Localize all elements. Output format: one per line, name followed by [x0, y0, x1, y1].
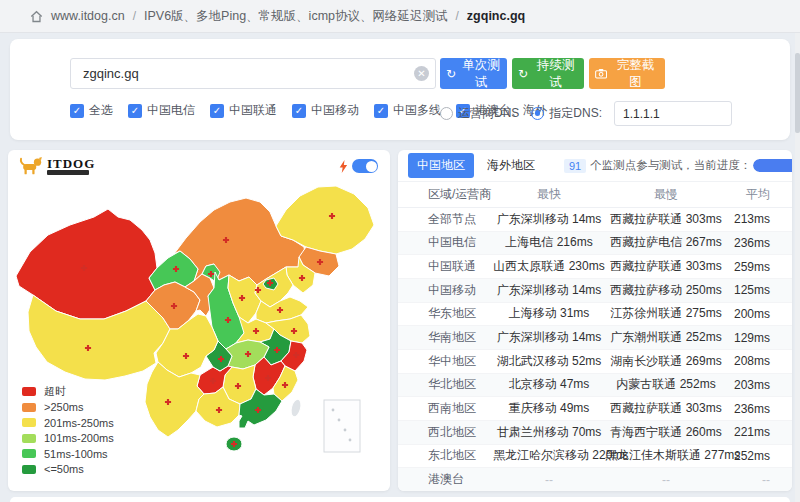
region-cell: 西北地区 [398, 424, 493, 441]
region-cell: 东北地区 [398, 447, 493, 464]
table-row: 中国移动广东深圳移动 14ms西藏拉萨移动 250ms125ms [398, 279, 792, 303]
dns-server-input[interactable] [614, 101, 732, 126]
average-cell: -- [727, 473, 792, 487]
column-header: 平均 [727, 186, 792, 203]
checkbox-label: 中国移动 [311, 102, 359, 119]
breadcrumb-separator: / [456, 9, 459, 23]
average-cell: 213ms [727, 212, 792, 226]
fastest-cell: -- [493, 473, 605, 487]
map-legend: 超时>250ms201ms-250ms101ms-200ms51ms-100ms… [22, 384, 114, 477]
column-header: 区域/运营商 [398, 186, 493, 203]
legend-label: >250ms [44, 401, 83, 413]
fast-mode-control [339, 159, 378, 173]
progress-caption: 个监测点参与测试，当前进度： [590, 158, 751, 173]
south-china-sea-inset [324, 400, 360, 452]
checkbox-label: 中国多线 [393, 102, 441, 119]
filter-checkbox-全选[interactable]: ✓全选 [70, 102, 113, 119]
home-icon[interactable] [30, 10, 43, 23]
slowest-cell: 黑龙江佳木斯联通 277ms [605, 447, 727, 464]
table-row: 中国联通山西太原联通 230ms西藏拉萨联通 303ms259ms [398, 255, 792, 279]
average-cell: 236ms [727, 236, 792, 250]
itdog-logo[interactable]: ITDOG [18, 156, 95, 177]
page-scrollbar[interactable] [795, 33, 800, 502]
region-cell: 华东地区 [398, 305, 493, 322]
table-row: 西南地区重庆移动 49ms西藏拉萨联通 303ms236ms [398, 397, 792, 421]
dog-icon [18, 156, 44, 177]
table-row: 东北地区黑龙江哈尔滨移动 220ms黑龙江佳木斯联通 277ms252ms [398, 445, 792, 469]
host-input[interactable] [70, 58, 436, 89]
fast-mode-toggle[interactable] [352, 159, 378, 173]
fastest-cell: 广东深圳移动 14ms [493, 211, 605, 228]
region-cell: 中国移动 [398, 282, 493, 299]
legend-item: 101ms-200ms [22, 431, 114, 447]
china-map-panel: ITDOG 超时>250ms201ms-250ms101ms-200ms51ms… [8, 150, 390, 491]
checkbox-label: 中国联通 [229, 102, 277, 119]
slowest-cell: 江苏徐州联通 275ms [605, 305, 727, 322]
logo-title: ITDOG [47, 158, 95, 169]
dns-radio-label: 指定DNS: [549, 105, 602, 122]
legend-item: 51ms-100ms [22, 446, 114, 462]
checkbox-label: 中国电信 [147, 102, 195, 119]
filter-checkbox-中国电信[interactable]: ✓中国电信 [128, 102, 195, 119]
region-cell: 港澳台 [398, 471, 493, 488]
breadcrumb: www.itdog.cn / IPV6版、多地Ping、常规版、icmp协议、网… [0, 0, 800, 33]
column-header: 最慢 [605, 186, 727, 203]
fastest-cell: 重庆移动 49ms [493, 400, 605, 417]
breadcrumb-site[interactable]: www.itdog.cn [51, 9, 125, 23]
checkbox-checked-icon: ✓ [292, 104, 306, 118]
filter-checkbox-中国移动[interactable]: ✓中国移动 [292, 102, 359, 119]
average-cell: 236ms [727, 402, 792, 416]
breadcrumb-target-host: zgqinc.gq [467, 9, 525, 23]
checkbox-checked-icon: ✓ [70, 104, 84, 118]
average-cell: 221ms [727, 425, 792, 439]
table-row: 华中地区湖北武汉移动 52ms湖南长沙联通 269ms208ms [398, 350, 792, 374]
dns-radio-label: 运营商DNS [458, 105, 519, 122]
monitor-count-badge: 91 [564, 159, 586, 173]
region-cell: 全部节点 [398, 211, 493, 228]
legend-label: 201ms-250ms [44, 417, 114, 429]
full-screenshot-button[interactable]: 完整截图 [589, 58, 665, 89]
province-taiwan[interactable] [289, 398, 302, 418]
legend-color-swatch [22, 387, 36, 396]
legend-color-swatch [22, 465, 36, 474]
table-row: 华南地区广东深圳移动 14ms广东潮州联通 252ms129ms [398, 326, 792, 350]
results-table-body: 全部节点广东深圳移动 14ms西藏拉萨联通 303ms213ms中国电信上海电信… [398, 208, 792, 491]
checkbox-label: 全选 [89, 102, 113, 119]
average-cell: 129ms [727, 331, 792, 345]
region-cell: 中国电信 [398, 234, 493, 251]
legend-label: 101ms-200ms [44, 432, 114, 444]
fastest-cell: 广东深圳移动 14ms [493, 329, 605, 346]
dns-radio[interactable] [440, 107, 453, 120]
table-row: 中国电信上海电信 216ms西藏拉萨电信 267ms236ms [398, 232, 792, 256]
logo-subtitle-strip [47, 170, 89, 175]
continuous-test-button[interactable]: ↻ 持续测试 [512, 58, 584, 89]
legend-color-swatch [22, 434, 36, 443]
region-cell: 西南地区 [398, 400, 493, 417]
results-panel: 中国地区海外地区 91 个监测点参与测试，当前进度： 99% 区域/运营商最快最… [398, 150, 792, 491]
average-cell: 203ms [727, 378, 792, 392]
fastest-cell: 北京移动 47ms [493, 376, 605, 393]
tab-海外地区[interactable]: 海外地区 [478, 153, 544, 178]
average-cell: 259ms [727, 260, 792, 274]
refresh-icon: ↻ [518, 68, 528, 80]
checkbox-checked-icon: ✓ [128, 104, 142, 118]
single-test-button[interactable]: ↻ 单次测试 [440, 58, 507, 89]
fastest-cell: 山西太原联通 230ms [493, 258, 605, 275]
scrollbar-thumb[interactable] [795, 53, 800, 133]
slowest-cell: 西藏拉萨移动 250ms [605, 282, 727, 299]
slowest-cell: 西藏拉萨联通 303ms [605, 400, 727, 417]
average-cell: 252ms [727, 449, 792, 463]
legend-item: 超时 [22, 384, 114, 400]
filter-checkbox-中国多线[interactable]: ✓中国多线 [374, 102, 441, 119]
slowest-cell: 西藏拉萨联通 303ms [605, 258, 727, 275]
table-row: 华北地区北京移动 47ms内蒙古联通 252ms203ms [398, 374, 792, 398]
legend-color-swatch [22, 449, 36, 458]
dns-radio[interactable] [531, 107, 544, 120]
filter-checkbox-中国联通[interactable]: ✓中国联通 [210, 102, 277, 119]
dns-option-group: 运营商DNS指定DNS: [440, 101, 732, 126]
checkbox-checked-icon: ✓ [374, 104, 388, 118]
fastest-cell: 广东深圳移动 14ms [493, 282, 605, 299]
clear-input-icon[interactable]: ✕ [414, 66, 429, 81]
breadcrumb-path[interactable]: IPV6版、多地Ping、常规版、icmp协议、网络延迟测试 [144, 8, 448, 25]
tab-中国地区[interactable]: 中国地区 [408, 153, 474, 178]
